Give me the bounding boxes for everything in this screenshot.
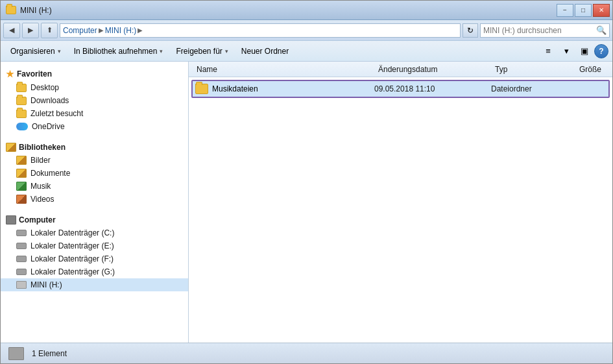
documents-icon xyxy=(16,169,27,178)
sidebar: ★ Favoriten Desktop Downloads Zuletzt be… xyxy=(1,62,189,343)
addressbar: ◀ ▶ ⬆ Computer ▶ MINI (H:) ▶ ↻ 🔍 xyxy=(1,20,612,41)
refresh-button[interactable]: ↻ xyxy=(463,23,478,38)
onedrive-label: OneDrive xyxy=(32,122,65,131)
view-toggle-button[interactable]: ≡ xyxy=(540,43,557,59)
library-button[interactable]: In Bibliothek aufnehmen ▾ xyxy=(68,43,169,59)
search-bar[interactable]: 🔍 xyxy=(480,23,610,38)
toolbar: Organisieren ▾ In Bibliothek aufnehmen ▾… xyxy=(1,41,612,62)
titlebar-buttons: − □ ✕ xyxy=(557,4,610,17)
music-icon xyxy=(16,182,27,191)
drive-g-icon xyxy=(16,269,27,275)
breadcrumb-mini[interactable]: MINI (H:) xyxy=(105,26,137,35)
sidebar-item-desktop[interactable]: Desktop xyxy=(1,81,188,94)
share-chevron: ▾ xyxy=(225,48,228,55)
organize-label: Organisieren xyxy=(10,47,55,56)
documents-label: Dokumente xyxy=(30,169,70,178)
pictures-label: Bilder xyxy=(30,156,51,165)
maximize-button[interactable]: □ xyxy=(575,4,592,17)
search-icon[interactable]: 🔍 xyxy=(596,25,607,35)
forward-button[interactable]: ▶ xyxy=(22,23,39,38)
music-label: Musik xyxy=(30,182,51,191)
table-row[interactable]: Musikdateien 09.05.2018 11:10 Dateiordne… xyxy=(191,80,610,98)
col-header-date[interactable]: Änderungsdatum xyxy=(373,62,490,77)
library-label: In Bibliothek aufnehmen xyxy=(74,47,158,56)
computer-section: Computer Lokaler Datenträger (C:) Lokale… xyxy=(1,208,188,294)
computer-icon xyxy=(6,215,16,224)
breadcrumb-computer[interactable]: Computer xyxy=(63,26,97,35)
libraries-label: Bibliotheken xyxy=(19,143,66,152)
sidebar-item-documents[interactable]: Dokumente xyxy=(1,167,188,180)
breadcrumb-arrow-2: ▶ xyxy=(138,27,143,34)
recent-folder-icon xyxy=(16,110,27,118)
share-label: Freigeben für xyxy=(176,47,222,56)
sidebar-item-videos[interactable]: Videos xyxy=(1,193,188,206)
file-item-date-cell: 09.05.2018 11:10 xyxy=(374,84,491,93)
new-folder-label: Neuer Ordner xyxy=(241,47,289,56)
status-count: 1 Element xyxy=(32,349,67,358)
sidebar-item-drive-h[interactable]: MINI (H:) xyxy=(1,278,188,291)
sidebar-item-drive-e[interactable]: Lokaler Datenträger (E:) xyxy=(1,239,188,252)
titlebar-title: MINI (H:) xyxy=(20,6,52,15)
breadcrumb-arrow-1: ▶ xyxy=(99,27,104,34)
back-button[interactable]: ◀ xyxy=(3,23,20,38)
up-button[interactable]: ⬆ xyxy=(41,23,58,38)
onedrive-icon xyxy=(16,123,28,130)
videos-icon xyxy=(16,195,27,204)
file-folder-icon xyxy=(195,84,208,94)
content-area: Name Änderungsdatum Typ Größe Musikdatei… xyxy=(189,62,612,343)
sidebar-item-downloads[interactable]: Downloads xyxy=(1,94,188,107)
drive-e-icon xyxy=(16,243,27,249)
breadcrumb-bar[interactable]: Computer ▶ MINI (H:) ▶ xyxy=(60,23,461,38)
libraries-section: Bibliotheken Bilder Dokumente Musik Vide… xyxy=(1,136,188,208)
share-button[interactable]: Freigeben für ▾ xyxy=(170,43,234,59)
explorer-window: MINI (H:) − □ ✕ ◀ ▶ ⬆ Computer ▶ MINI (H… xyxy=(0,0,613,364)
desktop-folder-icon xyxy=(16,84,27,92)
help-button[interactable]: ? xyxy=(594,44,608,58)
favorites-header[interactable]: ★ Favoriten xyxy=(1,67,188,81)
status-drive-icon xyxy=(8,347,24,360)
window-icon xyxy=(6,6,16,14)
statusbar: 1 Element xyxy=(1,343,612,363)
search-input[interactable] xyxy=(483,26,595,35)
view-icon: ≡ xyxy=(546,46,551,56)
drive-c-label: Lokaler Datenträger (C:) xyxy=(30,228,114,237)
drive-h-icon xyxy=(16,281,27,289)
drive-f-icon xyxy=(16,256,27,262)
col-header-type[interactable]: Typ xyxy=(490,62,574,77)
sidebar-item-recent[interactable]: Zuletzt besucht xyxy=(1,107,188,120)
new-folder-button[interactable]: Neuer Ordner xyxy=(235,43,294,59)
drive-c-icon xyxy=(16,230,27,236)
col-header-size[interactable]: Größe xyxy=(574,62,610,77)
close-button[interactable]: ✕ xyxy=(593,4,610,17)
videos-label: Videos xyxy=(30,195,54,204)
sidebar-item-drive-f[interactable]: Lokaler Datenträger (F:) xyxy=(1,252,188,265)
computer-label: Computer xyxy=(19,215,56,224)
drive-g-label: Lokaler Datenträger (G:) xyxy=(30,267,115,276)
main-area: ★ Favoriten Desktop Downloads Zuletzt be… xyxy=(1,62,612,343)
organize-button[interactable]: Organisieren ▾ xyxy=(5,43,67,59)
sidebar-item-onedrive[interactable]: OneDrive xyxy=(1,120,188,133)
file-item-name-cell: Musikdateien xyxy=(193,84,374,94)
drive-e-label: Lokaler Datenträger (E:) xyxy=(30,241,114,250)
titlebar-left: MINI (H:) xyxy=(6,6,52,15)
libraries-header[interactable]: Bibliotheken xyxy=(1,141,188,154)
computer-header[interactable]: Computer xyxy=(1,213,188,226)
libraries-icon xyxy=(6,143,16,152)
toolbar-right: ≡ ▾ ▣ ? xyxy=(540,43,608,59)
drive-h-label: MINI (H:) xyxy=(30,280,62,289)
sidebar-item-music[interactable]: Musik xyxy=(1,180,188,193)
pictures-icon xyxy=(16,156,27,165)
view-dropdown-button[interactable]: ▾ xyxy=(558,43,575,59)
recent-label: Zuletzt besucht xyxy=(30,109,83,118)
sidebar-item-drive-g[interactable]: Lokaler Datenträger (G:) xyxy=(1,265,188,278)
column-headers: Name Änderungsdatum Typ Größe xyxy=(189,62,612,77)
file-list: Musikdateien 09.05.2018 11:10 Dateiordne… xyxy=(189,77,612,343)
preview-button[interactable]: ▣ xyxy=(576,43,593,59)
minimize-button[interactable]: − xyxy=(557,4,573,17)
col-header-name[interactable]: Name xyxy=(191,62,373,77)
sidebar-item-drive-c[interactable]: Lokaler Datenträger (C:) xyxy=(1,226,188,239)
favorites-label: Favoriten xyxy=(17,69,52,79)
downloads-folder-icon xyxy=(16,97,27,105)
library-chevron: ▾ xyxy=(160,48,163,55)
sidebar-item-pictures[interactable]: Bilder xyxy=(1,154,188,167)
